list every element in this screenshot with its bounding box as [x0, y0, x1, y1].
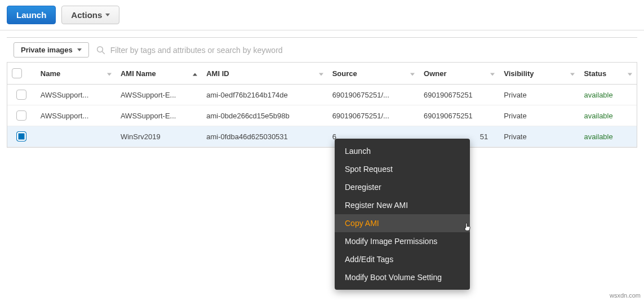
table-row[interactable]: WinSrv2019 ami-0fdba46d625030531 6 51 Pr…: [7, 126, 637, 147]
cell-visibility: Private: [499, 105, 579, 126]
chevron-down-icon: [77, 48, 82, 51]
cell-status: available: [579, 85, 637, 105]
context-menu-item[interactable]: Register New AMI: [335, 196, 470, 214]
select-all-checkbox[interactable]: [12, 68, 22, 78]
sort-icon: [107, 73, 112, 76]
cell-status: available: [579, 126, 637, 147]
row-checkbox[interactable]: [16, 131, 26, 141]
actions-button[interactable]: Actions: [61, 6, 119, 24]
cell-owner: 690190675251: [419, 85, 499, 105]
sort-icon: [490, 73, 495, 76]
ami-table-wrap: Name AMI Name AMI ID Source Owner Visibi…: [7, 63, 637, 148]
sort-icon: [410, 73, 415, 76]
context-menu[interactable]: LaunchSpot RequestDeregisterRegister New…: [335, 139, 470, 290]
watermark: wsxdn.com: [610, 292, 641, 299]
chevron-down-icon: [105, 14, 110, 16]
context-menu-item[interactable]: Modify Boot Volume Setting: [335, 268, 470, 286]
cell-visibility: Private: [499, 126, 579, 147]
sort-icon: [319, 73, 323, 76]
filter-scope-dropdown[interactable]: Private images: [14, 42, 89, 57]
context-menu-item[interactable]: Modify Image Permissions: [335, 232, 470, 250]
row-checkbox[interactable]: [16, 90, 26, 100]
column-source[interactable]: Source: [328, 63, 419, 85]
cell-source: 690190675251/...: [328, 105, 419, 126]
row-checkbox[interactable]: [16, 110, 26, 121]
column-owner[interactable]: Owner: [419, 63, 499, 85]
search-wrap: [96, 45, 630, 55]
context-menu-item[interactable]: Launch: [335, 142, 470, 160]
column-visibility[interactable]: Visibility: [499, 63, 579, 85]
table-row[interactable]: AWSSupport... AWSSupport-E... ami-0edf76…: [7, 85, 637, 105]
sort-icon: [628, 73, 632, 76]
cell-ami-name: WinSrv2019: [116, 126, 202, 147]
context-menu-item[interactable]: Copy AMI: [335, 214, 470, 232]
ami-table: Name AMI Name AMI ID Source Owner Visibi…: [7, 63, 637, 147]
cell-source: 690190675251/...: [328, 85, 419, 105]
toolbar: Launch Actions: [0, 0, 644, 30]
column-name[interactable]: Name: [36, 63, 116, 85]
cell-ami-name: AWSSupport-E...: [116, 105, 202, 126]
search-input[interactable]: [110, 46, 630, 55]
sort-asc-icon: [193, 73, 197, 76]
cell-name: [36, 126, 116, 147]
column-checkbox[interactable]: [7, 63, 36, 85]
launch-button[interactable]: Launch: [7, 6, 56, 24]
cell-ami-id: ami-0fdba46d625030531: [202, 126, 327, 147]
cell-ami-id: ami-0edf76b2164b174de: [202, 85, 327, 105]
cell-ami-name: AWSSupport-E...: [116, 85, 202, 105]
svg-line-1: [102, 51, 105, 54]
actions-label: Actions: [71, 10, 102, 20]
cell-visibility: Private: [499, 85, 579, 105]
cell-name: AWSSupport...: [36, 85, 116, 105]
column-ami-name[interactable]: AMI Name: [116, 63, 202, 85]
cell-ami-id: ami-0bde266cd15e5b98b: [202, 105, 327, 126]
table-header-row: Name AMI Name AMI ID Source Owner Visibi…: [7, 63, 637, 85]
column-status[interactable]: Status: [579, 63, 637, 85]
svg-point-0: [97, 46, 103, 52]
context-menu-item[interactable]: Add/Edit Tags: [335, 250, 470, 268]
filter-scope-label: Private images: [21, 46, 73, 54]
column-ami-id[interactable]: AMI ID: [202, 63, 327, 85]
cell-owner: 690190675251: [419, 105, 499, 126]
search-icon: [96, 45, 106, 55]
filter-bar: Private images: [7, 37, 637, 63]
cell-name: AWSSupport...: [36, 105, 116, 126]
cell-status: available: [579, 105, 637, 126]
context-menu-item[interactable]: Spot Request: [335, 160, 470, 178]
table-row[interactable]: AWSSupport... AWSSupport-E... ami-0bde26…: [7, 105, 637, 126]
context-menu-item[interactable]: Deregister: [335, 178, 470, 196]
sort-icon: [570, 73, 575, 76]
